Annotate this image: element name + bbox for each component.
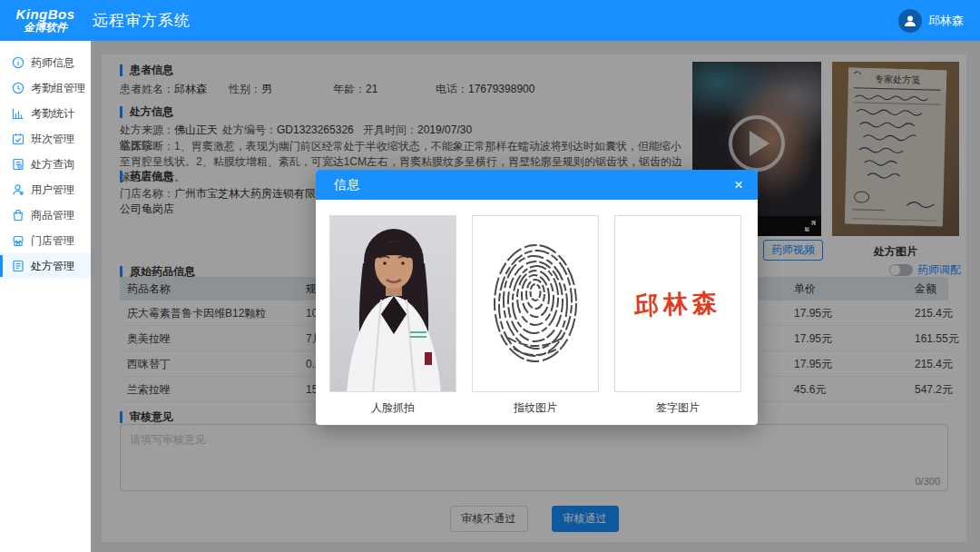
prescription-icon — [12, 260, 24, 272]
bar-chart-icon — [12, 107, 24, 120]
user-menu[interactable]: 邱林森 — [898, 9, 964, 33]
app-title: 远程审方系统 — [93, 10, 191, 31]
sidebar-item-prescription-management[interactable]: 处方管理 — [0, 253, 91, 279]
info-modal: 信息 × — [316, 170, 758, 425]
top-header-bar: KingBos 金博软件 远程审方系统 邱林森 — [0, 0, 980, 41]
sidebar-item-label: 门店管理 — [31, 233, 74, 249]
remote-prescription-review-app: KingBos 金博软件 远程审方系统 邱林森 药师信息 考勤组管理 考勤统计 … — [0, 0, 980, 552]
face-capture-caption: 人脸抓拍 — [329, 400, 456, 416]
face-capture-image[interactable] — [329, 215, 456, 392]
sidebar-item-label: 考勤统计 — [31, 106, 74, 122]
signature-caption: 签字图片 — [614, 400, 741, 416]
sidebar-item-label: 处方查询 — [31, 157, 74, 172]
sidebar-item-label: 处方管理 — [31, 259, 74, 274]
fingerprint-caption: 指纹图片 — [472, 400, 599, 416]
document-search-icon — [12, 158, 24, 171]
signature-image[interactable]: 邱林森 — [614, 215, 741, 392]
modal-header: 信息 × — [316, 170, 758, 200]
close-icon[interactable]: × — [734, 177, 743, 192]
sidebar-item-prescription-query[interactable]: 处方查询 — [0, 152, 91, 177]
sidebar-item-user-management[interactable]: 用户管理 — [0, 177, 91, 202]
user-avatar-icon — [898, 9, 922, 33]
user-icon — [12, 183, 24, 196]
clock-icon — [12, 82, 24, 94]
sidebar-item-attendance-group[interactable]: 考勤组管理 — [0, 75, 91, 101]
sidebar-item-label: 班次管理 — [31, 132, 74, 147]
sidebar-item-label: 考勤组管理 — [31, 81, 85, 96]
sidebar-item-label: 用户管理 — [31, 182, 74, 198]
signature-text: 邱林森 — [614, 215, 741, 392]
info-icon — [12, 56, 24, 69]
sidebar-item-attendance-stats[interactable]: 考勤统计 — [0, 101, 91, 126]
logo-text-en: KingBos — [0, 7, 91, 22]
sidebar-item-label: 药师信息 — [31, 55, 74, 71]
sidebar-item-pharmacist-info[interactable]: 药师信息 — [0, 50, 91, 75]
logo-text-cn: 金博软件 — [0, 22, 91, 34]
modal-title: 信息 — [334, 177, 359, 193]
sidebar-item-store-management[interactable]: 门店管理 — [0, 228, 91, 253]
kingbos-logo: KingBos 金博软件 — [0, 7, 91, 33]
sidebar-item-label: 商品管理 — [31, 208, 74, 223]
store-icon — [12, 234, 24, 247]
calendar-icon — [12, 133, 24, 145]
sidebar-item-goods-management[interactable]: 商品管理 — [0, 202, 91, 228]
fingerprint-image[interactable] — [472, 215, 599, 392]
user-name: 邱林森 — [928, 13, 964, 29]
sidebar-item-shift-management[interactable]: 班次管理 — [0, 126, 91, 152]
bag-icon — [12, 209, 24, 222]
sidebar-nav: 药师信息 考勤组管理 考勤统计 班次管理 处方查询 用户管理 商品管理 门店管 — [0, 41, 91, 552]
